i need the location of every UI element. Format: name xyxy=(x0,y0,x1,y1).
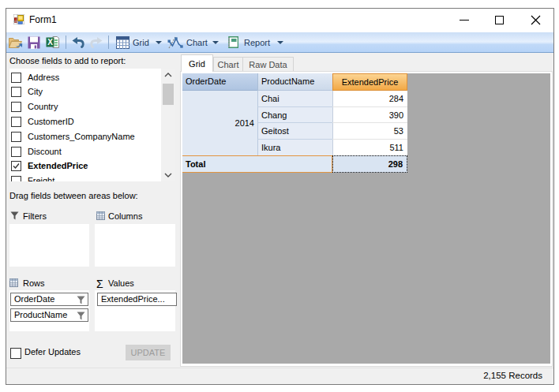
svg-text:X: X xyxy=(47,38,53,47)
